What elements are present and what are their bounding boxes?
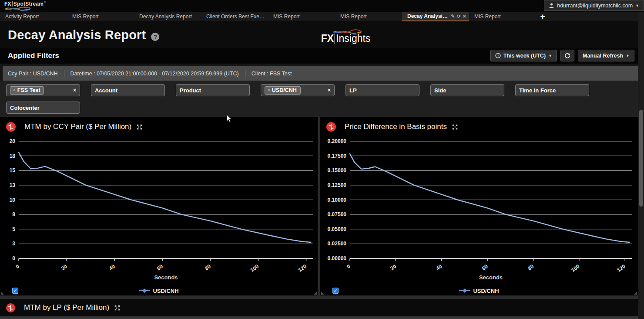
user-menu[interactable]: hdurrant@liquiditymatchllc.com ▼ — [544, 0, 644, 11]
chart-panel-price-difference: Price Difference in Basis points 0.00000… — [320, 117, 638, 295]
y-tick-label: 5 — [12, 226, 15, 232]
legend-label: USD/CNH — [153, 288, 178, 294]
legend-label: USD/CNH — [473, 288, 499, 294]
y-tick-label: 0.15000 — [328, 167, 347, 173]
chip-remove-icon[interactable]: × — [268, 88, 270, 92]
top-header: FXSpotStream® hdurrant@liquiditymatchllc… — [0, 0, 644, 12]
logo-fx: FX — [4, 1, 11, 7]
summary-datetime: Datetime : 07/05/2020 21:00:00.000 - 07/… — [70, 71, 239, 77]
chart-header: Price Difference in Basis points — [320, 117, 638, 134]
summary-divider — [245, 70, 245, 77]
tab-4-mis-report[interactable]: MIS Report — [268, 12, 335, 21]
series-checkbox[interactable]: ✓ — [12, 288, 18, 294]
tab-label: MIS Report — [474, 14, 501, 20]
time-range-button[interactable]: This week (UTC) ▼ — [490, 50, 557, 61]
x-tick-label: 40 — [435, 263, 443, 271]
y-tick-label: 0.00000 — [328, 255, 347, 261]
chip-label: FSS Test — [17, 87, 40, 93]
help-icon[interactable]: ? — [151, 33, 159, 41]
y-tick-label: 0.12500 — [328, 182, 347, 188]
tab-label: Decay Analysis Report — [139, 14, 192, 20]
y-tick-label: 0.17500 — [328, 153, 347, 159]
refresh-button[interactable] — [560, 50, 574, 61]
filter-field-colocenter[interactable]: Colocenter — [6, 102, 80, 114]
pencil-icon[interactable]: ✎ — [451, 14, 455, 19]
field-label: Colocenter — [10, 105, 40, 111]
legend-marker-icon — [459, 288, 470, 293]
y-tick-label: 13 — [10, 182, 16, 188]
chevron-down-icon: ▼ — [635, 3, 639, 8]
x-tick-label: 60 — [156, 263, 164, 271]
summary-ccy-pair: Ccy Pair : USD/CNH — [8, 71, 58, 77]
expand-icon[interactable] — [114, 305, 120, 311]
y-tick-label: 20 — [10, 138, 16, 144]
resize-handle[interactable] — [321, 292, 324, 295]
resize-handle[interactable] — [1, 292, 4, 295]
expand-icon[interactable] — [452, 124, 458, 130]
resize-handle[interactable] — [634, 292, 637, 295]
x-tick-label: 80 — [204, 263, 212, 271]
logo-divider — [12, 1, 13, 7]
tab-label: Activity Report — [5, 14, 39, 20]
window-edge — [0, 316, 644, 319]
chevron-down-icon: ▼ — [548, 54, 552, 58]
add-tab-button[interactable]: + — [536, 12, 549, 21]
tab-7-mis-report[interactable]: MIS Report — [469, 12, 536, 21]
filter-field-usd-cnh[interactable]: ×USD/CNH× — [261, 84, 335, 96]
filter-field-fss-test[interactable]: ×FSS Test× — [6, 84, 80, 96]
chart-header: MTM by CCY Pair ($ Per Million) — [0, 117, 318, 134]
chart-title: MTM by CCY Pair ($ Per Million) — [24, 122, 131, 131]
filter-field-row: ×FSS Test×AccountProduct×USD/CNH×LPSideT… — [6, 84, 644, 96]
y-tick-label: 3 — [12, 241, 15, 247]
tab-6-decay-analysis[interactable]: Decay Analysis ...✎⟳✕ — [402, 12, 469, 21]
series-line-usd-cnh — [19, 153, 311, 242]
tab-3-client-orders-best-execu[interactable]: Client Orders Best Execu... — [201, 12, 268, 21]
series-checkbox[interactable]: ✓ — [332, 288, 339, 294]
y-tick-label: 0 — [12, 255, 15, 261]
time-range-label: This week (UTC) — [503, 53, 546, 59]
filter-fields-area: ×FSS Test×AccountProduct×USD/CNH×LPSideT… — [0, 81, 644, 117]
tab-5-mis-report[interactable]: MIS Report — [335, 12, 402, 21]
chevron-down-icon: ▼ — [626, 54, 630, 58]
clear-field-icon[interactable]: × — [73, 87, 76, 93]
chart-panel-mtm-by-ccy-pair: MTM by CCY Pair ($ Per Million) 03581013… — [0, 117, 318, 295]
filter-field-time-in-force[interactable]: Time In Force — [515, 84, 589, 96]
vertical-scrollbar[interactable] — [638, 12, 644, 319]
x-tick-label: 0 — [14, 263, 20, 270]
field-label: Product — [180, 87, 201, 94]
filter-field-lp[interactable]: LP — [345, 84, 419, 96]
fxspotstream-logo-text: FXSpotStream® — [4, 1, 46, 7]
scrollbar-thumb[interactable] — [639, 110, 643, 207]
refresh-mode-button[interactable]: Manual Refresh ▼ — [578, 50, 634, 61]
y-tick-label: 18 — [10, 153, 16, 159]
fxinsights-logo: FX Insights — [321, 33, 371, 44]
filter-field-product[interactable]: Product — [176, 84, 250, 96]
x-tick-label: 20 — [60, 263, 68, 271]
refresh-controls: This week (UTC) ▼ Manual Refresh ▼ — [490, 50, 634, 61]
chart-type-icon — [6, 122, 16, 132]
close-icon[interactable]: ✕ — [463, 14, 466, 19]
chart-plot: 03581013151820020406080100120Seconds — [0, 134, 316, 282]
expand-icon[interactable] — [137, 124, 142, 130]
legend-item[interactable]: USD/CNH — [139, 288, 178, 294]
tab-bar: Activity ReportMIS ReportDecay Analysis … — [0, 12, 644, 22]
insights-swoosh-icon — [332, 29, 363, 35]
x-tick-label: 0 — [345, 263, 352, 270]
resize-handle[interactable] — [314, 292, 317, 295]
refresh-tab-icon[interactable]: ⟳ — [457, 14, 461, 19]
chart-type-icon — [326, 122, 336, 132]
x-tick-label: 40 — [108, 263, 116, 271]
filter-field-account[interactable]: Account — [91, 84, 165, 96]
tab-1-mis-report[interactable]: MIS Report — [67, 12, 134, 21]
x-axis-label: Seconds — [154, 274, 178, 281]
chip-remove-icon[interactable]: × — [13, 88, 16, 92]
filter-chip[interactable]: ×FSS Test — [10, 86, 44, 95]
tab-2-decay-analysis-report[interactable]: Decay Analysis Report — [134, 12, 201, 21]
legend-item[interactable]: USD/CNH — [459, 288, 499, 294]
filter-chip[interactable]: ×USD/CNH — [265, 86, 301, 95]
clear-field-icon[interactable]: × — [328, 87, 331, 93]
tab-0-activity-report[interactable]: Activity Report — [0, 12, 67, 21]
field-label: Time In Force — [519, 87, 556, 94]
insights-fx: FX — [321, 33, 334, 44]
filter-field-side[interactable]: Side — [430, 84, 504, 96]
